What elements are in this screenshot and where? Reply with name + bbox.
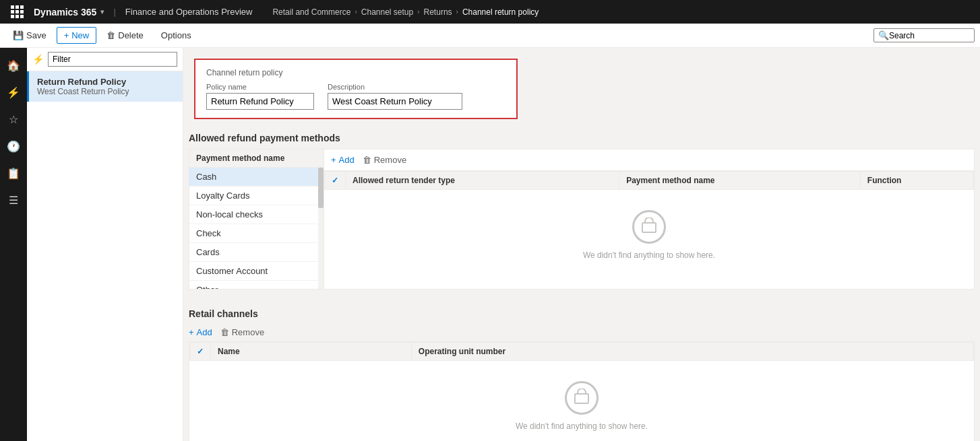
payment-list: Payment method name Cash Loyalty Cards N… — [189, 149, 324, 289]
retail-add-button[interactable]: + Add — [189, 327, 212, 337]
delete-icon: 🗑 — [106, 30, 115, 40]
payment-item-cards[interactable]: Cards — [189, 243, 324, 262]
delete-button[interactable]: 🗑 Delete — [99, 27, 151, 44]
apps-menu-button[interactable] — [7, 0, 27, 24]
tender-col-2: Payment method name — [619, 172, 861, 190]
allowed-refund-title: Allowed refund payment methods — [189, 125, 975, 149]
tender-remove-button[interactable]: 🗑 Remove — [363, 155, 406, 165]
payment-list-header: Payment method name — [189, 149, 324, 168]
list-button[interactable]: ☰ — [1, 188, 26, 212]
main-toolbar: 💾 Save + New 🗑 Delete Options 🔍 — [0, 24, 980, 48]
brand-chevron: ▾ — [100, 8, 104, 15]
form-fields: Policy name Description — [206, 83, 506, 110]
description-label: Description — [328, 83, 462, 91]
save-button[interactable]: 💾 Save — [5, 27, 54, 44]
tender-add-icon: + — [331, 155, 336, 165]
retail-empty-message: We didn't find anything to show here. — [516, 421, 648, 431]
brand-name[interactable]: Dynamics 365 ▾ — [34, 7, 104, 18]
payment-item-nonlocal[interactable]: Non-local checks — [189, 205, 324, 224]
breadcrumb-sep-3: › — [456, 8, 458, 15]
breadcrumb-sep-1: › — [355, 8, 357, 15]
retail-channels-section: Retail channels + Add 🗑 Remove ✓ — [189, 300, 975, 441]
nav-divider: | — [113, 7, 115, 17]
breadcrumb-retail[interactable]: Retail and Commerce — [272, 7, 350, 17]
tender-panel: + Add 🗑 Remove ✓ — [324, 149, 974, 289]
breadcrumb-channel[interactable]: Channel setup — [361, 7, 413, 17]
icon-sidebar: 🏠 ⚡ ☆ 🕐 📋 ☰ — [0, 48, 27, 441]
payment-item-check-label: Check — [196, 228, 221, 238]
payment-item-cards-label: Cards — [196, 247, 220, 257]
retail-remove-label: Remove — [232, 327, 264, 337]
list-panel: ⚡ Return Refund Policy West Coast Return… — [27, 48, 183, 441]
search-box[interactable]: 🔍 — [874, 28, 975, 42]
breadcrumb-returns[interactable]: Returns — [424, 7, 452, 17]
retail-check-icon: ✓ — [197, 347, 204, 356]
svg-rect-0 — [642, 223, 656, 232]
payment-item-nonlocal-label: Non-local checks — [196, 209, 263, 219]
tender-empty-message: We didn't find anything to show here. — [583, 250, 715, 260]
list-item-subtitle: West Coast Return Policy — [37, 87, 175, 96]
tender-check-icon: ✓ — [332, 176, 338, 185]
payment-item-other[interactable]: Other — [189, 281, 324, 289]
retail-check-col: ✓ — [190, 343, 211, 361]
options-button[interactable]: Options — [154, 27, 199, 44]
payment-method-container: Payment method name Cash Loyalty Cards N… — [189, 149, 975, 290]
home-button[interactable]: 🏠 — [1, 53, 26, 77]
top-navigation: Dynamics 365 ▾ | Finance and Operations … — [0, 0, 980, 24]
list-items-scroll: Return Refund Policy West Coast Return P… — [27, 71, 183, 441]
tender-grid: ✓ Allowed return tender type Payment met… — [324, 171, 974, 190]
tender-add-button[interactable]: + Add — [331, 155, 355, 165]
save-label: Save — [26, 30, 47, 40]
grid-icon — [11, 5, 24, 18]
dynamics-label: Dynamics 365 — [34, 7, 96, 18]
scroll-track — [318, 168, 324, 289]
retail-empty-icon — [565, 381, 599, 415]
detail-panel: Channel return policy Policy name Descri… — [183, 48, 980, 441]
retail-unit-col: Operating unit number — [411, 343, 973, 361]
tender-empty-icon — [632, 210, 666, 244]
options-label: Options — [161, 30, 191, 40]
tender-empty-state: We didn't find anything to show here. — [324, 190, 974, 280]
tender-check-col: ✓ — [325, 172, 346, 190]
app-name: Finance and Operations Preview — [125, 7, 253, 17]
breadcrumb-channel-policy: Channel return policy — [462, 7, 539, 17]
tender-grid-toolbar: + Add 🗑 Remove — [324, 149, 974, 171]
breadcrumb: Retail and Commerce › Channel setup › Re… — [272, 7, 539, 17]
payment-item-loyalty-label: Loyalty Cards — [196, 191, 249, 201]
list-item[interactable]: Return Refund Policy West Coast Return P… — [27, 71, 183, 102]
recent-button[interactable]: 🕐 — [1, 134, 26, 158]
tender-remove-label: Remove — [374, 155, 406, 165]
favorites-button[interactable]: ☆ — [1, 107, 26, 131]
retail-remove-button[interactable]: 🗑 Remove — [220, 327, 264, 337]
scroll-thumb — [318, 168, 324, 208]
payment-list-scroll[interactable]: Cash Loyalty Cards Non-local checks Chec… — [189, 168, 324, 289]
payment-item-custacct[interactable]: Customer Account — [189, 262, 324, 281]
payment-item-cash[interactable]: Cash — [189, 168, 324, 186]
retail-add-icon: + — [189, 327, 194, 337]
description-input[interactable] — [328, 93, 462, 110]
list-filter-input[interactable] — [48, 52, 177, 67]
retail-channels-grid: ✓ Name Operating unit number — [189, 342, 974, 361]
retail-empty-state: We didn't find anything to show here. — [189, 361, 974, 441]
search-input[interactable] — [889, 31, 970, 40]
filter-button[interactable]: ⚡ — [1, 80, 26, 104]
allowed-refund-section: Allowed refund payment methods Payment m… — [189, 125, 975, 290]
policy-name-input[interactable] — [206, 93, 314, 110]
payment-item-cash-label: Cash — [196, 172, 216, 182]
retail-add-label: Add — [197, 327, 212, 337]
breadcrumb-sep-2: › — [417, 8, 419, 15]
filter-icon[interactable]: ⚡ — [32, 54, 44, 65]
new-button[interactable]: + New — [57, 27, 97, 44]
payment-item-other-label: Other — [196, 285, 218, 289]
channel-policy-form: Channel return policy Policy name Descri… — [194, 59, 518, 119]
search-icon: 🔍 — [878, 30, 889, 40]
workspace-button[interactable]: 📋 — [1, 161, 26, 185]
retail-grid-toolbar: + Add 🗑 Remove — [189, 325, 975, 341]
payment-item-check[interactable]: Check — [189, 224, 324, 243]
new-icon: + — [64, 30, 69, 40]
payment-item-loyalty[interactable]: Loyalty Cards — [189, 186, 324, 205]
tender-col-3: Function — [860, 172, 973, 190]
delete-label: Delete — [118, 30, 144, 40]
policy-name-label: Policy name — [206, 83, 314, 91]
new-label: New — [71, 30, 89, 40]
